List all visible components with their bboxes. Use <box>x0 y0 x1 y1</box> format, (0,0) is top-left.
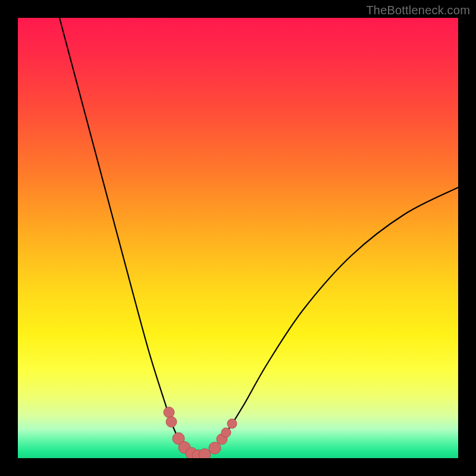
marker-dot <box>199 449 211 458</box>
chart-svg <box>18 18 458 458</box>
chart-background <box>18 18 458 458</box>
chart-frame <box>18 18 458 458</box>
watermark-text: TheBottleneck.com <box>366 4 470 17</box>
marker-dot <box>221 428 231 437</box>
marker-dot <box>227 419 237 428</box>
marker-dot <box>166 416 177 427</box>
marker-dot <box>164 407 174 418</box>
